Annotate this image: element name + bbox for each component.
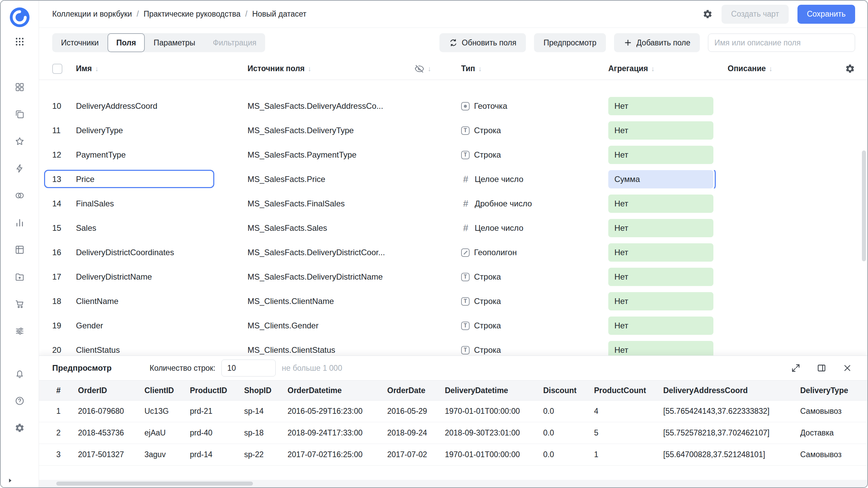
eye-off-icon[interactable] bbox=[414, 64, 425, 74]
horizontal-scrollbar-thumb[interactable] bbox=[56, 482, 253, 486]
sidebar-collapse-icon[interactable] bbox=[7, 477, 14, 484]
notifications-bell-icon[interactable] bbox=[15, 369, 25, 379]
sidebar-item-storage-icon[interactable] bbox=[15, 272, 25, 282]
field-type[interactable]: Строка bbox=[461, 321, 608, 330]
field-name[interactable]: Sales bbox=[76, 223, 248, 233]
field-row[interactable]: 12PaymentTypeMS_SalesFacts.PaymentTypeСт… bbox=[39, 143, 867, 167]
field-name[interactable]: DeliveryDistrictCoordinates bbox=[76, 248, 248, 257]
field-type[interactable]: Строка bbox=[461, 345, 608, 355]
datalens-logo-icon[interactable] bbox=[9, 7, 30, 28]
field-row[interactable]: 11DeliveryTypeMS_SalesFacts.DeliveryType… bbox=[39, 118, 867, 143]
field-row[interactable]: 19GenderMS_Clients.GenderСтрокаНет bbox=[39, 313, 867, 338]
create-chart-button[interactable]: Создать чарт bbox=[722, 5, 788, 24]
field-row[interactable]: 13PriceMS_SalesFacts.PriceЦелое числоСум… bbox=[39, 167, 867, 191]
field-search-input[interactable] bbox=[708, 34, 855, 52]
table-settings-gear-icon[interactable] bbox=[845, 64, 855, 74]
field-type[interactable]: Геополигон bbox=[461, 248, 608, 257]
field-row[interactable]: 17DeliveryDistrictNameMS_SalesFacts.Deli… bbox=[39, 265, 867, 289]
aggregation-badge[interactable]: Сумма bbox=[608, 170, 713, 188]
aggregation-badge[interactable]: Нет bbox=[608, 317, 713, 335]
field-name[interactable]: DeliveryAddressCoord bbox=[76, 101, 248, 111]
string-icon bbox=[461, 273, 470, 281]
field-row[interactable]: 15SalesMS_SalesFacts.SalesЦелое числоНет bbox=[39, 216, 867, 240]
field-name[interactable]: DeliveryDistrictName bbox=[76, 272, 248, 282]
field-type[interactable]: Строка bbox=[461, 297, 608, 306]
sort-down-icon[interactable] bbox=[766, 64, 773, 73]
preview-column-header: Discount bbox=[543, 386, 594, 395]
close-preview-icon[interactable] bbox=[842, 363, 852, 373]
sort-down-icon[interactable] bbox=[92, 64, 99, 73]
column-header-aggregation[interactable]: Агрегация bbox=[608, 64, 648, 73]
vertical-scrollbar-thumb[interactable] bbox=[862, 150, 866, 261]
sidebar-settings-gear-icon[interactable] bbox=[15, 423, 25, 433]
sort-down-icon[interactable] bbox=[648, 64, 655, 73]
split-view-icon[interactable] bbox=[816, 363, 827, 373]
sidebar-item-workbooks-icon[interactable] bbox=[15, 109, 25, 119]
column-header-description[interactable]: Описание bbox=[728, 64, 766, 73]
field-row[interactable]: 14FinalSalesMS_SalesFacts.FinalSalesДроб… bbox=[39, 191, 867, 216]
row-count-input[interactable] bbox=[221, 360, 276, 377]
field-row[interactable]: 10DeliveryAddressCoordMS_SalesFacts.Deli… bbox=[39, 94, 867, 118]
horizontal-scrollbar[interactable] bbox=[39, 480, 867, 487]
field-type[interactable]: Строка bbox=[461, 272, 608, 282]
field-row[interactable]: 20ClientStatusMS_Clients.ClientStatusСтр… bbox=[39, 338, 867, 356]
breadcrumb-workbook[interactable]: Практические руководства bbox=[143, 9, 240, 19]
refresh-icon bbox=[449, 38, 458, 47]
sidebar-item-datasets-icon[interactable] bbox=[15, 245, 25, 255]
sidebar-item-services-icon[interactable] bbox=[15, 326, 25, 336]
sidebar-item-charts-icon[interactable] bbox=[15, 218, 25, 228]
preview-column-header: OrderDate bbox=[387, 386, 445, 395]
field-name[interactable]: PaymentType bbox=[76, 150, 248, 160]
apps-grid-icon[interactable] bbox=[15, 37, 25, 47]
tab-filtering[interactable]: Фильтрация bbox=[204, 33, 265, 52]
sidebar-item-marketplace-icon[interactable] bbox=[15, 299, 25, 309]
tab-fields[interactable]: Поля bbox=[107, 33, 145, 52]
select-all-checkbox[interactable] bbox=[52, 64, 62, 74]
sidebar-item-favorites-icon[interactable] bbox=[15, 136, 25, 146]
tab-sources[interactable]: Источники bbox=[52, 33, 107, 52]
field-type[interactable]: Геоточка bbox=[461, 101, 608, 111]
field-type[interactable]: Дробное число bbox=[461, 199, 608, 208]
breadcrumb-collections[interactable]: Коллекции и воркбуки bbox=[52, 9, 132, 19]
sidebar-item-dashboards-icon[interactable] bbox=[15, 82, 25, 92]
sort-down-icon[interactable] bbox=[304, 64, 311, 73]
column-header-source[interactable]: Источник поля bbox=[248, 64, 304, 73]
aggregation-badge[interactable]: Нет bbox=[608, 219, 713, 237]
help-icon[interactable] bbox=[15, 396, 25, 406]
field-type[interactable]: Целое число bbox=[461, 175, 608, 184]
field-type[interactable]: Строка bbox=[461, 150, 608, 160]
aggregation-badge[interactable]: Нет bbox=[608, 97, 713, 115]
field-name[interactable]: ClientStatus bbox=[76, 345, 248, 355]
aggregation-badge[interactable]: Нет bbox=[608, 195, 713, 213]
preview-toggle-button[interactable]: Предпросмотр bbox=[534, 33, 606, 52]
field-row[interactable]: 16DeliveryDistrictCoordinatesMS_SalesFac… bbox=[39, 240, 867, 265]
aggregation-badge[interactable]: Нет bbox=[608, 341, 713, 356]
column-header-type[interactable]: Тип bbox=[461, 64, 475, 73]
sidebar-item-connections-icon[interactable] bbox=[15, 190, 25, 201]
aggregation-badge[interactable]: Нет bbox=[608, 146, 713, 164]
aggregation-badge[interactable]: Нет bbox=[608, 292, 713, 310]
save-button[interactable]: Сохранить bbox=[797, 5, 855, 24]
field-name[interactable]: Price bbox=[76, 175, 248, 184]
field-row[interactable]: 18ClientNameMS_Clients.ClientNameСтрокаН… bbox=[39, 289, 867, 313]
aggregation-badge[interactable]: Нет bbox=[608, 268, 713, 286]
vertical-scrollbar[interactable] bbox=[862, 68, 866, 355]
dataset-settings-gear-icon[interactable] bbox=[703, 9, 713, 19]
tab-parameters[interactable]: Параметры bbox=[145, 33, 204, 52]
aggregation-badge[interactable]: Нет bbox=[608, 243, 713, 262]
refresh-fields-button[interactable]: Обновить поля bbox=[439, 33, 526, 52]
field-name[interactable]: FinalSales bbox=[76, 199, 248, 208]
field-name[interactable]: DeliveryType bbox=[76, 126, 248, 135]
sort-down-icon[interactable] bbox=[475, 64, 482, 73]
field-name[interactable]: ClientName bbox=[76, 297, 248, 306]
field-type[interactable]: Строка bbox=[461, 126, 608, 135]
aggregation-badge[interactable]: Нет bbox=[608, 121, 713, 140]
preview-title: Предпросмотр bbox=[52, 363, 112, 373]
add-field-button[interactable]: Добавить поле bbox=[614, 33, 700, 52]
sort-down-icon[interactable] bbox=[425, 64, 431, 73]
column-header-name[interactable]: Имя bbox=[76, 64, 92, 73]
expand-preview-icon[interactable] bbox=[791, 363, 801, 373]
sidebar-item-editor-icon[interactable] bbox=[15, 163, 25, 174]
field-type[interactable]: Целое число bbox=[461, 223, 608, 233]
field-name[interactable]: Gender bbox=[76, 321, 248, 330]
